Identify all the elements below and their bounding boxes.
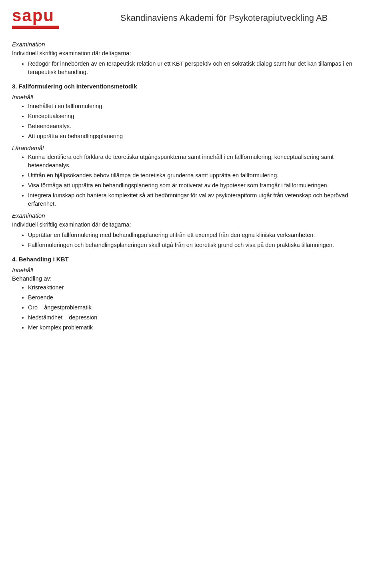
section-title: 3. Fallformulering och Interventionsmeto… — [12, 83, 372, 90]
list-item: Beteendeanalys. — [28, 122, 372, 130]
logo-sapu-text: sapu — [12, 7, 60, 24]
subsection-label: Lärandemål — [12, 144, 372, 151]
list-item: Att upprätta en behandlingsplanering — [28, 132, 372, 140]
header-title: Skandinaviens Akademi för Psykoterapiutv… — [72, 13, 372, 23]
bullet-list: Kunna identifiera och förklara de teoret… — [28, 153, 372, 208]
main-content: ExaminationIndividuell skriftlig examina… — [0, 33, 384, 347]
list-item: Kunna identifiera och förklara de teoret… — [28, 153, 372, 170]
list-item: Oro – ångestproblematik — [28, 303, 372, 312]
examination-label: Examination — [12, 212, 372, 219]
intro-text: Individuell skriftlig examination där de… — [12, 50, 372, 56]
list-item: Visa förmåga att upprätta en behandlings… — [28, 181, 372, 190]
list-item: Utifrån en hjälpsökandes behov tillämpa … — [28, 171, 372, 180]
list-item: Beroende — [28, 293, 372, 302]
list-item: Krisreaktioner — [28, 283, 372, 292]
bullet-list: KrisreaktionerBeroendeOro – ångestproble… — [28, 283, 372, 332]
bullet-list: Innehållet i en fallformulering.Konceptu… — [28, 102, 372, 140]
intro-text: Individuell skriftlig examination där de… — [12, 221, 372, 228]
logo-area: sapu — [12, 7, 60, 29]
bullet-list: Upprättar en fallformulering med behandl… — [28, 231, 372, 249]
examination-label: Examination — [12, 41, 372, 48]
list-item: Redogör för innebörden av en terapeutisk… — [28, 60, 372, 76]
section-title: 4. Behandling i KBT — [12, 256, 372, 263]
subsection-label: Innehåll — [12, 267, 372, 273]
list-item: Fallformuleringen och behandlingsplaneri… — [28, 241, 372, 249]
list-item: Integrera kunskap och hantera komplexite… — [28, 191, 372, 208]
list-item: Konceptualisering — [28, 112, 372, 120]
treatment-label: Behandling av: — [12, 275, 372, 282]
logo-bar — [12, 26, 59, 29]
list-item: Upprättar en fallformulering med behandl… — [28, 231, 372, 239]
subsection-label: Innehåll — [12, 94, 372, 100]
list-item: Nedstämdhet – depression — [28, 313, 372, 322]
bullet-list: Redogör för innebörden av en terapeutisk… — [28, 60, 372, 76]
list-item: Innehållet i en fallformulering. — [28, 102, 372, 110]
page-header: sapu Skandinaviens Akademi för Psykotera… — [0, 0, 384, 33]
list-item: Mer komplex problematik — [28, 323, 372, 332]
